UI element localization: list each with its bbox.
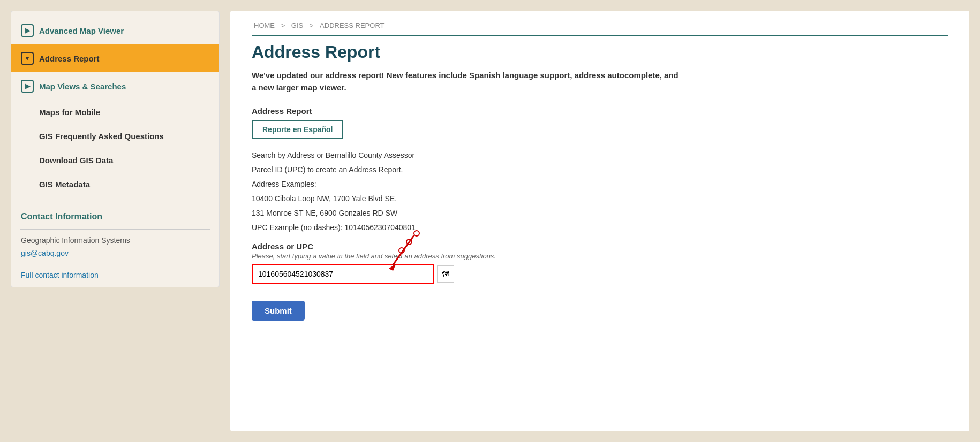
sidebar-item-advanced-map-viewer[interactable]: ▶ Advanced Map Viewer bbox=[11, 17, 219, 44]
contact-info-heading: Contact Information bbox=[11, 205, 219, 225]
address-field-label: Address or UPC bbox=[252, 242, 627, 251]
form-label: Address Report bbox=[252, 106, 627, 116]
sidebar-item-label: Advanced Map Viewer bbox=[39, 26, 124, 35]
breadcrumb-gis[interactable]: GIS bbox=[291, 21, 303, 29]
sidebar-item-maps-for-mobile[interactable]: Maps for Mobile bbox=[11, 100, 219, 124]
search-desc-4: 10400 Cibola Loop NW, 1700 Yale Blvd SE, bbox=[252, 193, 627, 204]
sidebar-plain-label: Download GIS Data bbox=[39, 156, 113, 165]
page-title: Address Report bbox=[252, 42, 948, 62]
full-contact-info-link[interactable]: Full contact information bbox=[11, 269, 219, 281]
breadcrumb: HOME > GIS > ADDRESS REPORT bbox=[252, 21, 948, 36]
chevron-down-icon: ▼ bbox=[21, 52, 34, 65]
sidebar-item-download-gis-data[interactable]: Download GIS Data bbox=[11, 148, 219, 172]
sidebar-item-label: Address Report bbox=[39, 54, 100, 63]
sidebar-plain-label: Maps for Mobile bbox=[39, 108, 100, 117]
sidebar-item-address-report[interactable]: ▼ Address Report bbox=[11, 44, 219, 72]
sidebar-item-gis-faq[interactable]: GIS Frequently Asked Questions bbox=[11, 124, 219, 148]
address-input[interactable] bbox=[252, 264, 434, 284]
sidebar: ▶ Advanced Map Viewer ▼ Address Report ▶… bbox=[11, 11, 220, 287]
breadcrumb-sep2: > bbox=[310, 21, 314, 29]
sidebar-plain-label: GIS Metadata bbox=[39, 180, 90, 189]
breadcrumb-current: ADDRESS REPORT bbox=[320, 21, 384, 29]
sidebar-item-gis-metadata[interactable]: GIS Metadata bbox=[11, 172, 219, 196]
divider-contact-3 bbox=[20, 264, 210, 264]
search-desc-2: Parcel ID (UPC) to create an Address Rep… bbox=[252, 164, 627, 176]
main-content: HOME > GIS > ADDRESS REPORT Address Repo… bbox=[230, 11, 969, 431]
form-section: Address Report Reporte en Español Search… bbox=[252, 106, 627, 321]
breadcrumb-home[interactable]: HOME bbox=[254, 21, 275, 29]
contact-email-link[interactable]: gis@cabq.gov bbox=[11, 247, 219, 260]
sidebar-item-map-views-searches[interactable]: ▶ Map Views & Searches bbox=[11, 72, 219, 100]
submit-button[interactable]: Submit bbox=[252, 301, 305, 321]
sidebar-plain-label: GIS Frequently Asked Questions bbox=[39, 132, 164, 141]
address-field-hint: Please, start typing a value in the fiel… bbox=[252, 252, 627, 260]
map-icon-button[interactable]: 🗺 bbox=[437, 265, 454, 283]
search-desc-6: UPC Example (no dashes): 101405623070408… bbox=[252, 222, 627, 233]
breadcrumb-sep1: > bbox=[281, 21, 285, 29]
divider-contact-2 bbox=[20, 229, 210, 230]
search-desc-3: Address Examples: bbox=[252, 179, 627, 190]
chevron-right-icon: ▶ bbox=[21, 24, 34, 37]
contact-org: Geographic Information Systems bbox=[11, 234, 219, 247]
spanish-button[interactable]: Reporte en Español bbox=[252, 120, 343, 139]
address-input-wrapper: 🗺 bbox=[252, 264, 454, 284]
intro-text: We've updated our address report! New fe… bbox=[252, 70, 680, 94]
map-icon: 🗺 bbox=[442, 270, 449, 278]
search-desc-5: 131 Monroe ST NE, 6900 Gonzales RD SW bbox=[252, 208, 627, 219]
search-desc-1: Search by Address or Bernalillo County A… bbox=[252, 150, 627, 161]
chevron-right-icon-2: ▶ bbox=[21, 80, 34, 93]
sidebar-item-label: Map Views & Searches bbox=[39, 82, 126, 91]
divider-contact bbox=[20, 201, 210, 201]
